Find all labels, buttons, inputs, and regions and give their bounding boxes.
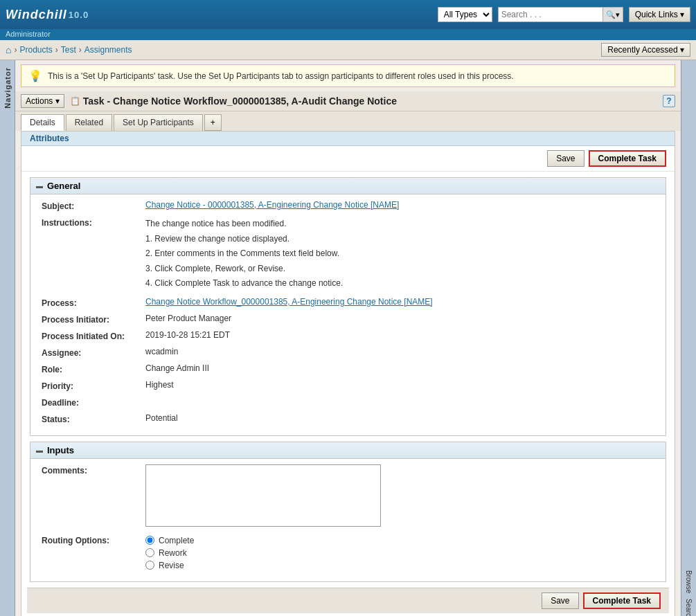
app-header: Windchill 10.0 All Types 🔍▾ Quick Links … [0, 0, 696, 29]
instructions-row: Instructions: The change notice has been… [42, 217, 654, 291]
main-layout: Navigator 💡 This is a 'Set Up Participan… [0, 60, 696, 616]
tab-setup-participants[interactable]: Set Up Participants [114, 114, 203, 131]
quick-links-button[interactable]: Quick Links ▾ [629, 7, 690, 22]
initiated-on-label: Process Initiated On: [42, 330, 145, 341]
subject-label: Subject: [42, 200, 145, 211]
general-section-title: General [47, 181, 80, 191]
right-nav: Browse Search [681, 60, 696, 616]
general-section-body: Subject: Change Notice - 0000001385, A-E… [30, 194, 666, 435]
radio-complete[interactable]: Complete [145, 536, 654, 545]
deadline-label: Deadline: [42, 397, 145, 408]
instruction-line-4: 4. Click Complete Task to advance the ch… [145, 276, 654, 291]
complete-task-button-bottom[interactable]: Complete Task [583, 592, 661, 609]
radio-group: Complete Rework Revise [145, 536, 654, 570]
assignee-label: Assignee: [42, 347, 145, 358]
initiated-on-value: 2019-10-28 15:21 EDT [145, 330, 654, 340]
navigator-label: Navigator [3, 67, 12, 109]
inputs-section: ▬ Inputs Comments: Routing Options: [30, 442, 666, 582]
status-label: Status: [42, 413, 145, 424]
priority-row: Priority: Highest [42, 380, 654, 391]
routing-options: Complete Rework Revise [145, 534, 654, 570]
instruction-line-1: 1. Review the change notice displayed. [145, 232, 654, 247]
action-buttons-row: Save Complete Task [21, 146, 675, 172]
instruction-line-3: 3. Click Complete, Rework, or Revise. [145, 262, 654, 277]
save-button-bottom[interactable]: Save [542, 592, 578, 609]
routing-row: Routing Options: Complete Rework [42, 534, 654, 570]
assignee-value: wcadmin [145, 347, 654, 356]
breadcrumb: ⌂ › Products › Test › Assignments [6, 44, 132, 55]
task-title: Task - Change Notice Workflow_0000001385… [83, 96, 663, 107]
content-area: 💡 This is a 'Set Up Participants' task. … [15, 60, 681, 616]
comments-label: Comments: [42, 464, 145, 475]
process-value: Change Notice Workflow_0000001385, A-Eng… [145, 297, 654, 307]
search-box: 🔍▾ [498, 7, 623, 22]
radio-rework-input[interactable] [145, 548, 154, 557]
task-header: Actions ▾ 📋 Task - Change Notice Workflo… [15, 91, 681, 111]
role-label: Role: [42, 363, 145, 374]
tab-details[interactable]: Details [21, 114, 64, 131]
tab-add-button[interactable]: + [204, 114, 222, 131]
admin-user-label: Administrator [6, 30, 51, 38]
breadcrumb-bar: ⌂ › Products › Test › Assignments Recent… [0, 40, 696, 60]
attributes-bar: Attributes [21, 132, 675, 146]
initiator-row: Process Initiator: Peter Product Manager [42, 314, 654, 325]
breadcrumb-test[interactable]: Test [61, 45, 76, 55]
instruction-line-0: The change notice has been modified. [145, 217, 654, 232]
admin-bar: Administrator [0, 29, 696, 40]
priority-label: Priority: [42, 380, 145, 391]
comments-textarea[interactable] [145, 464, 381, 527]
initiator-value: Peter Product Manager [145, 314, 654, 323]
radio-complete-input[interactable] [145, 536, 154, 545]
radio-revise[interactable]: Revise [145, 561, 654, 570]
role-row: Role: Change Admin III [42, 363, 654, 374]
radio-rework-label: Rework [159, 548, 187, 558]
logo-version: 10.0 [69, 10, 89, 20]
actions-button[interactable]: Actions ▾ [21, 94, 64, 108]
home-icon[interactable]: ⌂ [6, 44, 11, 55]
search-button[interactable]: 🔍▾ [603, 8, 623, 21]
inputs-section-title: Inputs [47, 445, 74, 455]
app-logo: Windchill 10.0 [6, 8, 89, 22]
instructions-text: The change notice has been modified. 1. … [145, 217, 654, 291]
radio-rework[interactable]: Rework [145, 548, 654, 558]
process-row: Process: Change Notice Workflow_00000013… [42, 297, 654, 308]
search-label[interactable]: Search [685, 599, 693, 616]
general-collapse-icon[interactable]: ▬ [36, 182, 43, 190]
process-label: Process: [42, 297, 145, 308]
tab-related[interactable]: Related [66, 114, 112, 131]
instruction-line-2: 2. Enter comments in the Comments text f… [145, 246, 654, 262]
save-button-top[interactable]: Save [547, 150, 584, 167]
tab-content: Attributes Save Complete Task ▬ General … [21, 131, 675, 616]
complete-task-button-top[interactable]: Complete Task [589, 150, 666, 167]
info-icon: 💡 [28, 69, 42, 82]
help-button[interactable]: ? [663, 95, 675, 107]
priority-value: Highest [145, 380, 654, 390]
breadcrumb-products[interactable]: Products [19, 45, 52, 55]
bottom-buttons-bar: Save Complete Task [27, 588, 669, 613]
instructions-value: The change notice has been modified. 1. … [145, 217, 654, 291]
assignee-row: Assignee: wcadmin [42, 347, 654, 358]
inputs-section-body: Comments: Routing Options: Complete [30, 459, 666, 581]
comments-value [145, 464, 654, 529]
logo-windchill: Windchill [6, 8, 67, 22]
status-value: Potential [145, 413, 654, 423]
info-banner: 💡 This is a 'Set Up Participants' task. … [21, 64, 675, 87]
inputs-collapse-icon[interactable]: ▬ [36, 446, 43, 454]
initiator-label: Process Initiator: [42, 314, 145, 325]
routing-label: Routing Options: [42, 534, 145, 545]
instructions-label: Instructions: [42, 217, 145, 228]
process-link[interactable]: Change Notice Workflow_0000001385, A-Eng… [145, 297, 433, 307]
subject-row: Subject: Change Notice - 0000001385, A-E… [42, 200, 654, 211]
general-section: ▬ General Subject: Change Notice - 00000… [30, 177, 666, 436]
breadcrumb-assignments[interactable]: Assignments [84, 45, 132, 55]
comments-row: Comments: [42, 464, 654, 529]
recently-accessed-button[interactable]: Recently Accessed ▾ [601, 43, 690, 57]
inputs-section-header: ▬ Inputs [30, 442, 666, 459]
role-value: Change Admin III [145, 363, 654, 373]
radio-revise-input[interactable] [145, 561, 154, 570]
search-input[interactable] [499, 8, 603, 21]
browse-label[interactable]: Browse [685, 570, 693, 593]
radio-complete-label: Complete [159, 536, 194, 545]
search-type-select[interactable]: All Types [438, 7, 492, 22]
subject-link[interactable]: Change Notice - 0000001385, A-Engineerin… [145, 200, 399, 210]
